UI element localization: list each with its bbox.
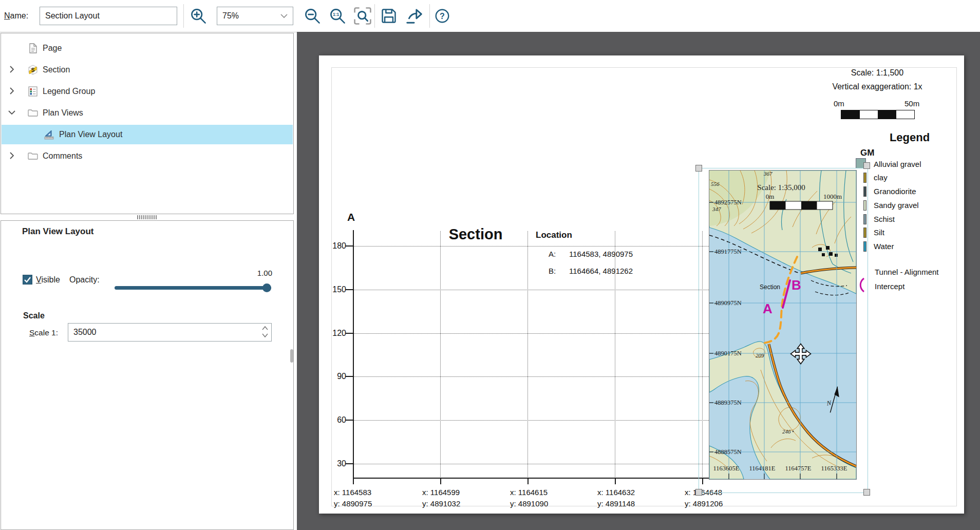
spot-height-label: 209: [756, 352, 764, 358]
x-tick: [615, 478, 616, 484]
gridline: [527, 231, 528, 478]
map-northing-label: 4892575N: [714, 199, 742, 206]
y-tick: [346, 289, 353, 290]
y-tick: [346, 245, 353, 247]
x-tick-label: x: 1164648y: 4891206: [685, 487, 723, 509]
map-northing-label: 4890975N: [714, 299, 742, 307]
legend-item-label: Alluvial gravel: [874, 160, 921, 168]
selection-handle-bottom-right[interactable]: [863, 489, 870, 496]
folder-icon: [27, 107, 39, 119]
vertical-exaggeration-text: Vertical exaggeration: 1x: [816, 82, 939, 91]
y-axis-line: [353, 230, 354, 479]
legend-item-label: clay: [874, 173, 888, 182]
y-tick-label: 150: [325, 285, 346, 294]
plan-view-layout-icon: [44, 129, 55, 140]
x-tick: [527, 478, 529, 484]
chevron-right-icon[interactable]: [7, 150, 18, 162]
svg-text:S: S: [31, 67, 35, 73]
tree-item-label: Page: [43, 44, 62, 53]
panel-splitter-handle[interactable]: [137, 215, 157, 219]
section-icon: S: [27, 64, 39, 75]
map-northing-label: 4889375N: [714, 399, 742, 406]
actual-size-icon[interactable]: 1:1: [327, 6, 348, 26]
page-icon: [27, 43, 39, 54]
map-point-a-label: A: [763, 301, 772, 316]
tree-item-label: Section: [43, 65, 70, 74]
spinner-up-icon[interactable]: [261, 326, 269, 331]
legend-swatch: [863, 200, 866, 211]
legend-item-label: Sandy gravel: [874, 201, 919, 210]
toolbar-separator: [183, 4, 184, 28]
location-b-key: B:: [549, 267, 556, 275]
visible-label: Visible: [36, 275, 60, 285]
section-scalebar: [841, 110, 915, 119]
spot-height-label: 556: [711, 181, 720, 187]
map-point-b-label: B: [791, 277, 801, 293]
toolbar-separator: [374, 4, 375, 28]
save-icon[interactable]: [379, 6, 399, 26]
y-tick-label: 120: [325, 329, 346, 338]
tree-item-section[interactable]: S Section: [2, 60, 293, 80]
properties-panel: Plan View Layout Visible Opacity: 1.00 S…: [1, 220, 294, 530]
scalebar-end-label: 50m: [904, 99, 919, 108]
map-easting-label: 1164757E: [785, 465, 812, 472]
chevron-right-icon[interactable]: [7, 86, 18, 97]
location-a-value: 1164583, 4890975: [569, 250, 633, 258]
toolbar: Name: 75% 1:1 ?: [0, 0, 980, 32]
location-a-key: A:: [549, 250, 556, 258]
zoom-out-icon[interactable]: [302, 6, 323, 26]
x-tick-label: x: 1164583y: 4890975: [334, 487, 372, 509]
folder-icon: [27, 150, 39, 162]
check-icon: [23, 275, 32, 284]
export-icon[interactable]: [404, 6, 424, 26]
layout-name-input[interactable]: [40, 7, 177, 25]
layout-canvas: Scale: 1:1,500 Vertical exaggeration: 1x…: [297, 32, 980, 530]
location-heading: Location: [536, 230, 572, 240]
opacity-slider-track[interactable]: [115, 286, 271, 290]
selection-handle-top-right[interactable]: [863, 162, 870, 169]
gridline: [440, 231, 441, 478]
gridline: [702, 231, 703, 478]
y-tick-label: 60: [325, 415, 346, 425]
chevron-right-icon[interactable]: [7, 64, 18, 75]
opacity-value: 1.00: [233, 269, 272, 277]
map-easting-label: 1163605E: [713, 465, 740, 472]
tree-item-page[interactable]: Page: [2, 39, 293, 58]
y-tick: [346, 463, 353, 464]
spinner-down-icon[interactable]: [261, 333, 269, 338]
y-tick-label: 30: [325, 459, 346, 468]
tree-item-comments[interactable]: Comments: [2, 146, 293, 166]
legend-item-label: Schist: [874, 215, 895, 223]
selection-handle-top-left[interactable]: [695, 165, 702, 172]
opacity-slider-thumb[interactable]: [262, 283, 271, 292]
scale-input[interactable]: [68, 323, 272, 342]
tree-item-legend-group[interactable]: Legend Group: [2, 82, 293, 101]
panel-scrollbar[interactable]: [290, 349, 293, 363]
properties-title: Plan View Layout: [22, 226, 94, 237]
legend-intercept-label: Intercept: [875, 282, 904, 291]
zoom-in-icon[interactable]: [188, 6, 209, 26]
tree-item-label: Comments: [43, 152, 82, 161]
zoom-fit-icon[interactable]: [352, 6, 373, 26]
legend-item-label: Granodiorite: [874, 187, 916, 196]
visible-checkbox[interactable]: [23, 275, 32, 285]
plan-view-map[interactable]: Scale: 1:35,000 0m 1000m 4892575N 489177…: [709, 170, 857, 480]
tree-item-plan-view-layout[interactable]: Plan View Layout: [2, 125, 293, 144]
help-icon[interactable]: ?: [432, 6, 453, 26]
legend-item-label: Water: [874, 242, 894, 251]
legend-group-icon: [27, 86, 39, 97]
opacity-label: Opacity:: [69, 275, 100, 285]
selection-handle-bottom-left[interactable]: [695, 489, 702, 496]
legend-swatch: [863, 214, 866, 224]
zoom-level-dropdown[interactable]: 75%: [217, 7, 293, 25]
chevron-down-icon: [280, 14, 288, 18]
x-tick-label: x: 1164615y: 4891090: [510, 487, 548, 509]
section-start-label: A: [347, 211, 355, 223]
scale-spinner[interactable]: [260, 325, 270, 339]
spot-height-label: 347: [712, 206, 721, 212]
scale-label: Scale 1:: [29, 328, 58, 337]
tree-item-plan-views[interactable]: Plan Views: [2, 103, 293, 123]
legend-heading: Legend: [871, 131, 948, 144]
y-tick-label: 180: [325, 241, 346, 251]
chevron-down-icon[interactable]: [7, 107, 18, 119]
